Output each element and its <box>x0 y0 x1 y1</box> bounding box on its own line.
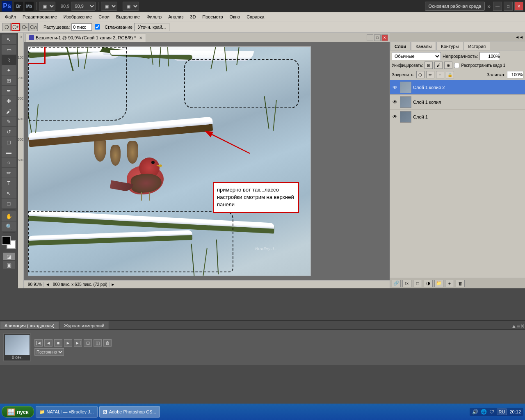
blending-mode-select[interactable]: Обычные <box>392 52 441 60</box>
size-dropdown[interactable]: ▣ <box>101 2 117 11</box>
menu-help[interactable]: Справка <box>243 14 267 20</box>
clock-display[interactable]: 20:12 <box>509 409 521 415</box>
tab-history[interactable]: История <box>464 42 491 50</box>
canvas-wrapper[interactable]: Bradley J... <box>24 42 390 280</box>
zoom-tool[interactable]: 🔍 <box>2 221 16 231</box>
menu-layers[interactable]: Слои <box>95 14 113 20</box>
scroll-left-btn[interactable]: ◄ <box>46 282 50 287</box>
distribute-checkbox[interactable] <box>454 63 459 68</box>
canvas-tab-close[interactable]: ✕ <box>139 36 142 40</box>
mini-bridge-logo[interactable]: Mb <box>25 2 34 11</box>
screen-mode-btn[interactable]: ▣ <box>3 261 15 269</box>
canvas-close-btn[interactable]: ✕ <box>381 34 388 41</box>
audio-icon[interactable]: 🔊 <box>472 409 478 415</box>
layer-visibility-0[interactable]: 👁 <box>392 84 398 91</box>
panel-collapse-btn[interactable]: ◄◄ <box>515 35 523 39</box>
menu-3d[interactable]: 3D <box>187 14 199 20</box>
unify-pos-btn[interactable]: ⊞ <box>425 62 433 69</box>
tab-paths[interactable]: Контуры <box>436 42 463 50</box>
goto-last-btn[interactable]: ►| <box>74 339 82 347</box>
bridge-logo[interactable]: Br <box>14 2 23 11</box>
history-brush-tool[interactable]: ↺ <box>2 127 16 137</box>
stop-btn[interactable]: ■ <box>54 339 62 347</box>
unify-all-btn[interactable]: ⊕ <box>444 62 452 69</box>
layer-item-2[interactable]: 👁 Слой 1 <box>390 110 525 124</box>
healing-tool[interactable]: ✚ <box>2 96 16 106</box>
unify-paint-btn[interactable]: 🖌 <box>434 62 443 69</box>
minimize-button[interactable]: — <box>493 2 502 11</box>
refine-edge-button[interactable]: Уточн. край... <box>134 23 169 31</box>
feather-input[interactable] <box>71 23 92 31</box>
move-tool[interactable]: ↖ <box>2 34 16 44</box>
smooth-checkbox[interactable] <box>95 24 100 30</box>
duplicate-frame-btn[interactable]: ◫ <box>94 339 102 347</box>
tween-btn[interactable]: ⊞ <box>84 339 92 347</box>
play-btn[interactable]: ► <box>64 339 72 347</box>
lock-all-btn[interactable]: 🔒 <box>446 71 454 78</box>
menu-view[interactable]: Просмотр <box>199 14 226 20</box>
layer-link-btn[interactable]: 🔗 <box>392 280 401 287</box>
pen-tool[interactable]: ✏ <box>2 168 16 178</box>
lock-transparent-btn[interactable]: ⬡ <box>416 71 425 78</box>
opacity-input[interactable] <box>479 52 500 60</box>
eyedropper-tool[interactable]: ✒ <box>2 86 16 96</box>
menu-file[interactable]: Файл <box>2 14 19 20</box>
menu-analyze[interactable]: Анализ <box>165 14 187 20</box>
taskbar-app-1[interactable]: 🖼 Adobe Photoshop CS... <box>99 406 160 418</box>
tab-measurements[interactable]: Журнал измерений <box>59 321 109 329</box>
scroll-right-btn[interactable]: ► <box>111 282 115 287</box>
panel-close-btn[interactable]: ✕ <box>520 323 525 329</box>
zoom-dropdown[interactable]: 90,9 <box>71 2 96 11</box>
language-indicator[interactable]: RU <box>497 409 507 415</box>
menu-window[interactable]: Окно <box>226 14 244 20</box>
text-tool[interactable]: T <box>2 178 16 188</box>
layer-adjustment-btn[interactable]: ◑ <box>424 280 433 287</box>
step-back-btn[interactable]: ◄ <box>44 339 52 347</box>
animation-frame-0[interactable]: 0 сек. <box>3 333 31 361</box>
dodge-tool[interactable]: ○ <box>2 158 16 167</box>
lock-position-btn[interactable]: + <box>436 71 444 78</box>
close-button[interactable]: ✕ <box>514 2 523 11</box>
intersect-selection-btn[interactable]: ⬡∩ <box>30 23 38 31</box>
taskbar-app-0[interactable]: 📁 NATALI — «Bradley J... <box>36 406 98 418</box>
add-to-selection-btn[interactable]: ⬡+ <box>11 23 20 31</box>
canvas-maximize-btn[interactable]: □ <box>374 34 381 41</box>
network-icon[interactable]: 🌐 <box>481 409 487 415</box>
fill-input[interactable] <box>507 71 523 78</box>
menu-filter[interactable]: Фильтр <box>143 14 165 20</box>
magic-wand-tool[interactable]: ✦ <box>2 65 16 75</box>
panel-menu-btn[interactable]: ≡ <box>517 323 520 329</box>
foreground-color[interactable] <box>2 236 11 245</box>
workspace-button[interactable]: Основная рабочая среда <box>425 2 485 11</box>
hand-tool[interactable]: ✋ <box>2 211 16 221</box>
goto-first-btn[interactable]: |◄ <box>34 339 43 347</box>
delete-layer-btn[interactable]: 🗑 <box>456 280 465 287</box>
menu-image[interactable]: Изображение <box>60 14 95 20</box>
marquee-tool[interactable]: ▭ <box>2 45 16 55</box>
canvas-tab[interactable]: Безымени-1 @ 90,9% (Слой 1 копия 2, RGB/… <box>25 34 146 42</box>
new-layer-btn[interactable]: + <box>445 280 454 287</box>
eraser-tool[interactable]: ◻ <box>2 137 16 147</box>
shapes-tool[interactable]: □ <box>2 199 16 208</box>
lock-image-btn[interactable]: ✏ <box>426 71 434 78</box>
expand-panels-button[interactable]: » <box>486 3 491 9</box>
mask-mode-btn[interactable]: ◪ <box>3 253 15 260</box>
layer-folder-btn[interactable]: 📁 <box>434 280 443 287</box>
subtract-from-selection-btn[interactable]: ⬡- <box>21 23 29 31</box>
canvas-minimize-btn[interactable]: — <box>367 34 373 41</box>
path-select-tool[interactable]: ↖ <box>2 188 16 198</box>
second-size-dropdown[interactable]: ▣ <box>123 2 139 11</box>
restore-button[interactable]: □ <box>504 2 513 11</box>
new-selection-btn[interactable]: ⬡ <box>2 23 11 31</box>
menu-select[interactable]: Выделение <box>113 14 143 20</box>
gradient-tool[interactable]: ▬ <box>2 147 16 157</box>
layer-visibility-2[interactable]: 👁 <box>392 114 398 120</box>
layer-style-btn[interactable]: fx <box>402 280 411 287</box>
menu-edit[interactable]: Редактирование <box>19 14 60 20</box>
layer-visibility-1[interactable]: 👁 <box>392 99 398 105</box>
loop-select[interactable]: Постоянно <box>34 348 64 356</box>
delete-frame-btn[interactable]: 🗑 <box>103 339 112 347</box>
crop-tool[interactable]: ⊞ <box>2 75 16 85</box>
layer-item-0[interactable]: 👁 Слой 1 копия 2 <box>390 80 525 95</box>
antivirus-icon[interactable]: 🛡 <box>489 409 494 415</box>
